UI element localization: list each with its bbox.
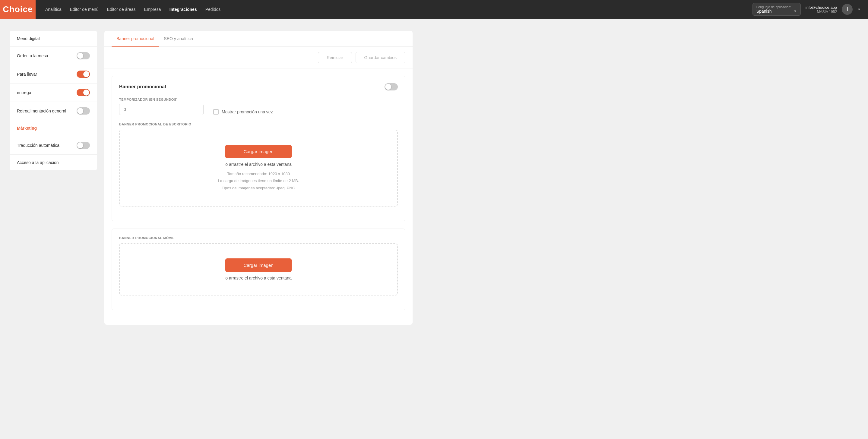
- sidebar-item-label-acceso: Acceso a la aplicación: [17, 160, 59, 165]
- user-chevron-icon[interactable]: ▼: [858, 7, 861, 11]
- desktop-upload-label: BANNER PROMOCIONAL DE ESCRITORIO: [119, 122, 398, 126]
- sidebar-item-acceso[interactable]: Acceso a la aplicación: [10, 155, 97, 170]
- mobile-upload-label: BANNER PROMOCIONAL MÓVIL: [119, 236, 398, 240]
- main-layout: Menú digitalOrden a la mesaPara llevaren…: [0, 19, 422, 337]
- sidebar-item-label-traduccion: Traducción automática: [17, 143, 59, 148]
- show-once-label: Mostrar promoción una vez: [222, 109, 273, 114]
- show-once-checkbox[interactable]: [213, 109, 219, 115]
- language-selector[interactable]: Lenguaje de aplicación: Spanish ▼: [752, 3, 801, 16]
- show-once-row: Mostrar promoción una vez: [213, 109, 273, 115]
- nav-links: AnalíticaEditor de menúEditor de áreasEm…: [45, 7, 743, 12]
- language-label: Lenguaje de aplicación:: [756, 5, 797, 9]
- sidebar-item-retroalimentacion[interactable]: Retroalimentación general: [10, 102, 97, 120]
- mobile-upload-or: o arrastre el archivo a esta ventana: [225, 276, 291, 280]
- nav-link-pedidos[interactable]: Pedidos: [206, 7, 221, 12]
- nav-link-editor-de-áreas[interactable]: Editor de áreas: [107, 7, 136, 12]
- timer-field: TEMPORIZADOR (EN SEGUNDOS): [119, 98, 204, 115]
- mobile-upload-button[interactable]: Cargar imagen: [225, 258, 291, 272]
- desktop-upload-section: BANNER PROMOCIONAL DE ESCRITORIO Cargar …: [119, 122, 398, 207]
- toggle-retroalimentacion[interactable]: [76, 107, 90, 115]
- reiniciar-button[interactable]: Reiniciar: [318, 52, 352, 63]
- sidebar-item-label-marketing: Márketing: [17, 126, 37, 130]
- desktop-upload-hints: Tamaño recomendado: 1920 x 1080 La carga…: [218, 170, 299, 191]
- avatar[interactable]: I: [842, 4, 852, 15]
- user-info: info@chooice.app MASIA 1952: [806, 5, 837, 14]
- sidebar-item-orden-mesa[interactable]: Orden a la mesa: [10, 47, 97, 65]
- sidebar-item-label-para-llevar: Para llevar: [17, 72, 37, 76]
- content-inner: Banner promocional TEMPORIZADOR (EN SEGU…: [104, 68, 412, 325]
- tab-seo[interactable]: SEO y analítica: [159, 31, 198, 47]
- desktop-hint3: Tipos de imágenes aceptadas: Jpeg, PNG: [218, 185, 299, 191]
- logo-text: Choice: [3, 4, 33, 14]
- logo-box: Choice: [0, 0, 36, 19]
- timer-label: TEMPORIZADOR (EN SEGUNDOS): [119, 98, 204, 101]
- sidebar-item-para-llevar[interactable]: Para llevar: [10, 65, 97, 84]
- user-email: info@chooice.app: [806, 5, 837, 10]
- banner-section: Banner promocional TEMPORIZADOR (EN SEGU…: [112, 76, 405, 221]
- form-row-timer: TEMPORIZADOR (EN SEGUNDOS) Mostrar promo…: [119, 98, 398, 115]
- sidebar-item-label-orden-mesa: Orden a la mesa: [17, 53, 48, 58]
- mobile-banner-section: BANNER PROMOCIONAL MÓVIL Cargar imagen o…: [112, 228, 405, 310]
- top-navigation: Choice AnalíticaEditor de menúEditor de …: [0, 0, 868, 19]
- sidebar-item-entrega[interactable]: entrega: [10, 84, 97, 102]
- sidebar: Menú digitalOrden a la mesaPara llevaren…: [10, 31, 97, 170]
- desktop-hint1: Tamaño recomendado: 1920 x 1080: [218, 170, 299, 177]
- toggle-traduccion[interactable]: [76, 142, 90, 149]
- desktop-upload-area[interactable]: Cargar imagen o arrastre el archivo a es…: [119, 130, 398, 207]
- sidebar-item-label-menu-digital: Menú digital: [17, 36, 40, 41]
- section-header: Banner promocional: [119, 83, 398, 90]
- desktop-hint2: La carga de imágenes tiene un límite de …: [218, 177, 299, 184]
- desktop-upload-button[interactable]: Cargar imagen: [225, 145, 291, 158]
- language-value: Spanish ▼: [756, 9, 797, 13]
- content-area: Banner promocionalSEO y analítica Reinic…: [104, 31, 412, 325]
- toggle-orden-mesa[interactable]: [76, 52, 90, 59]
- timer-input[interactable]: [119, 104, 204, 115]
- sidebar-item-menu-digital[interactable]: Menú digital: [10, 31, 97, 47]
- nav-right: Lenguaje de aplicación: Spanish ▼ info@c…: [752, 3, 861, 16]
- toggle-para-llevar[interactable]: [76, 70, 90, 78]
- guardar-button[interactable]: Guardar cambios: [355, 52, 405, 63]
- sidebar-item-label-retroalimentacion: Retroalimentación general: [17, 108, 66, 113]
- nav-link-empresa[interactable]: Empresa: [144, 7, 161, 12]
- sidebar-item-marketing[interactable]: Márketing: [10, 120, 97, 136]
- section-title: Banner promocional: [119, 84, 166, 90]
- mobile-upload-area[interactable]: Cargar imagen o arrastre el archivo a es…: [119, 243, 398, 295]
- nav-link-integraciones[interactable]: Integraciones: [169, 7, 197, 12]
- chevron-down-icon: ▼: [794, 9, 797, 13]
- toggle-entrega[interactable]: [76, 89, 90, 96]
- tabs-container: Banner promocionalSEO y analítica: [104, 31, 412, 47]
- tab-banner[interactable]: Banner promocional: [112, 31, 159, 47]
- desktop-upload-or: o arrastre el archivo a esta ventana: [225, 162, 291, 167]
- sidebar-item-label-entrega: entrega: [17, 90, 31, 95]
- sidebar-item-traduccion[interactable]: Traducción automática: [10, 136, 97, 155]
- toolbar: Reiniciar Guardar cambios: [104, 47, 412, 68]
- banner-toggle[interactable]: [384, 83, 398, 90]
- nav-link-analítica[interactable]: Analítica: [45, 7, 62, 12]
- user-org: MASIA 1952: [806, 10, 837, 14]
- nav-link-editor-de-menú[interactable]: Editor de menú: [70, 7, 99, 12]
